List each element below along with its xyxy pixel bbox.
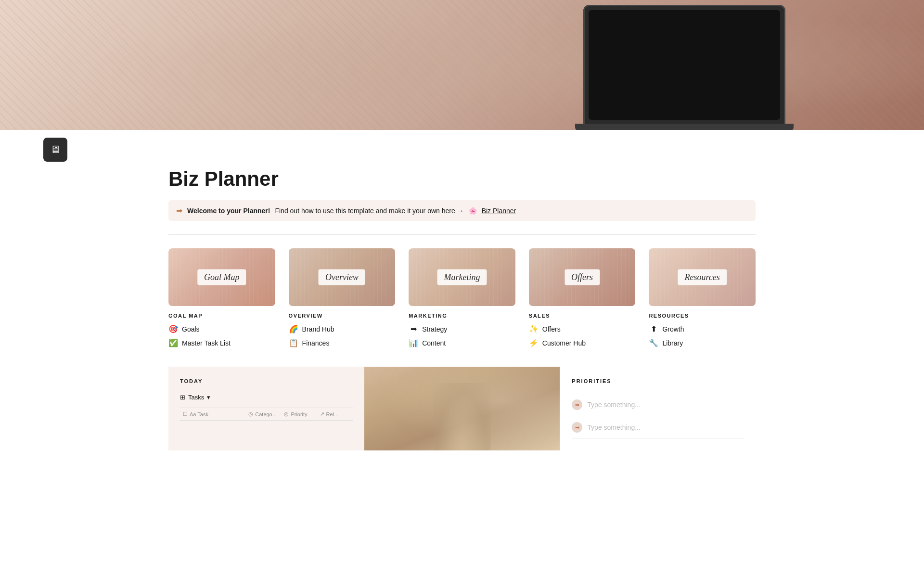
nav-card-image-resources: Resources <box>649 248 756 306</box>
nav-link-brand-hub[interactable]: 🌈 Brand Hub <box>289 324 396 333</box>
table-col-priority: ◎ Priority <box>281 411 317 417</box>
nav-link-master-task-list[interactable]: ✅ Master Task List <box>168 338 275 347</box>
priority-arrow-icon-1: ➡ <box>572 399 582 410</box>
nav-card-label-goal-map: Goal Map <box>204 272 240 282</box>
main-content: Biz Planner ➡ Welcome to your Planner! F… <box>125 167 799 450</box>
pampas-grass-decoration <box>433 383 491 450</box>
welcome-bold: Welcome to your Planner! <box>187 207 270 215</box>
hero-laptop-decoration <box>583 5 785 125</box>
goals-label: Goals <box>182 325 200 333</box>
page-icon: 🖥 <box>43 138 67 162</box>
finances-icon: 📋 <box>289 338 298 347</box>
offers-icon: ✨ <box>529 324 539 333</box>
nav-link-goals[interactable]: 🎯 Goals <box>168 324 275 333</box>
priority-arrow-icon-2: ➡ <box>572 422 582 433</box>
nav-card-links-goal-map: 🎯 Goals ✅ Master Task List <box>168 324 275 347</box>
nav-card-image-overview: Overview <box>289 248 396 306</box>
offers-label: Offers <box>542 325 561 333</box>
tasks-label-text: Tasks <box>188 394 204 401</box>
nav-card-sales[interactable]: Offers SALES ✨ Offers ⚡ Customer Hub <box>529 248 636 347</box>
hero-image <box>0 0 924 130</box>
welcome-emoji: 🌸 <box>469 207 477 215</box>
related-icon: ↗ <box>320 411 324 417</box>
nav-link-library[interactable]: 🔧 Library <box>649 338 756 347</box>
nav-link-finances[interactable]: 📋 Finances <box>289 338 396 347</box>
content-icon: 📊 <box>409 338 418 347</box>
welcome-callout: ➡ Welcome to your Planner! Find out how … <box>168 200 756 221</box>
priority-icon: ◎ <box>284 411 289 417</box>
table-col-category: ◎ Catego... <box>245 411 281 417</box>
nav-card-image-goal-map: Goal Map <box>168 248 275 306</box>
tasks-chevron-icon: ▾ <box>207 394 210 401</box>
tasks-grid-icon: ⊞ <box>180 394 185 401</box>
nav-card-overview[interactable]: Overview OVERVIEW 🌈 Brand Hub 📋 Finances <box>289 248 396 347</box>
priority-placeholder-2: Type something... <box>587 423 641 431</box>
priority-input-1[interactable]: ➡ Type something... <box>572 394 744 416</box>
brand-hub-label: Brand Hub <box>302 325 334 333</box>
nav-card-marketing[interactable]: Marketing MARKETING ➡ Strategy 📊 Content <box>409 248 515 347</box>
today-heading: TODAY <box>180 378 353 384</box>
section-divider <box>168 234 756 235</box>
welcome-link[interactable]: Biz Planner <box>482 207 516 215</box>
strategy-label: Strategy <box>422 325 447 333</box>
nav-card-label-overview: Overview <box>325 272 359 282</box>
nav-card-label-marketing: Marketing <box>444 272 480 282</box>
customer-hub-label: Customer Hub <box>542 339 586 347</box>
strategy-icon: ➡ <box>409 324 418 333</box>
nav-card-image-sales: Offers <box>529 248 636 306</box>
table-col-related: ↗ Rel... <box>317 411 353 417</box>
table-col-task-label: Aa Task <box>190 411 208 417</box>
tasks-table-header: ☐ Aa Task ◎ Catego... ◎ Priority ↗ Rel..… <box>180 408 353 421</box>
bottom-grid: TODAY ⊞ Tasks ▾ ☐ Aa Task ◎ Catego... ◎ … <box>168 367 756 450</box>
table-col-priority-label: Priority <box>291 411 307 417</box>
nav-card-title-resources: RESOURCES <box>649 313 756 319</box>
nav-card-image-marketing: Marketing <box>409 248 515 306</box>
nav-card-title-sales: SALES <box>529 313 636 319</box>
page-title: Biz Planner <box>168 167 756 191</box>
table-col-category-label: Catego... <box>255 411 277 417</box>
nav-card-links-resources: ⬆ Growth 🔧 Library <box>649 324 756 347</box>
nav-card-label-sales: Offers <box>571 272 593 282</box>
welcome-text: Find out how to use this template and ma… <box>275 207 463 215</box>
priorities-section: PRIORITIES ➡ Type something... ➡ Type so… <box>560 367 756 450</box>
master-task-label: Master Task List <box>182 339 231 347</box>
nav-card-links-sales: ✨ Offers ⚡ Customer Hub <box>529 324 636 347</box>
nav-card-links-marketing: ➡ Strategy 📊 Content <box>409 324 515 347</box>
tasks-toggle[interactable]: ⊞ Tasks ▾ <box>180 394 353 401</box>
table-col-task: ☐ Aa Task <box>180 411 245 417</box>
priorities-heading: PRIORITIES <box>572 378 744 384</box>
task-checkbox-icon: ☐ <box>183 411 188 417</box>
nav-card-title-marketing: MARKETING <box>409 313 515 319</box>
today-section: TODAY ⊞ Tasks ▾ ☐ Aa Task ◎ Catego... ◎ … <box>168 367 364 450</box>
nav-link-offers[interactable]: ✨ Offers <box>529 324 636 333</box>
nav-card-resources[interactable]: Resources RESOURCES ⬆ Growth 🔧 Library <box>649 248 756 347</box>
welcome-arrow-icon: ➡ <box>176 206 182 215</box>
nav-card-label-resources: Resources <box>685 272 720 282</box>
page-icon-area: 🖥 <box>0 130 924 162</box>
nav-link-content[interactable]: 📊 Content <box>409 338 515 347</box>
middle-image-section <box>364 367 560 450</box>
library-label: Library <box>662 339 683 347</box>
nav-grid: Goal Map GOAL MAP 🎯 Goals ✅ Master Task … <box>168 248 756 347</box>
category-icon: ◎ <box>248 411 253 417</box>
priority-placeholder-1: Type something... <box>587 401 641 409</box>
nav-link-strategy[interactable]: ➡ Strategy <box>409 324 515 333</box>
master-task-icon: ✅ <box>168 338 178 347</box>
nav-card-links-overview: 🌈 Brand Hub 📋 Finances <box>289 324 396 347</box>
table-col-related-label: Rel... <box>326 411 339 417</box>
nav-link-growth[interactable]: ⬆ Growth <box>649 324 756 333</box>
content-label: Content <box>422 339 446 347</box>
priority-input-2[interactable]: ➡ Type something... <box>572 416 744 439</box>
customer-hub-icon: ⚡ <box>529 338 539 347</box>
growth-label: Growth <box>662 325 684 333</box>
nav-card-title-overview: OVERVIEW <box>289 313 396 319</box>
goals-icon: 🎯 <box>168 324 178 333</box>
finances-label: Finances <box>302 339 330 347</box>
library-icon: 🔧 <box>649 338 658 347</box>
nav-card-goal-map[interactable]: Goal Map GOAL MAP 🎯 Goals ✅ Master Task … <box>168 248 275 347</box>
growth-icon: ⬆ <box>649 324 658 333</box>
brand-hub-icon: 🌈 <box>289 324 298 333</box>
hero-banner <box>0 0 924 130</box>
nav-card-title-goal-map: GOAL MAP <box>168 313 275 319</box>
nav-link-customer-hub[interactable]: ⚡ Customer Hub <box>529 338 636 347</box>
